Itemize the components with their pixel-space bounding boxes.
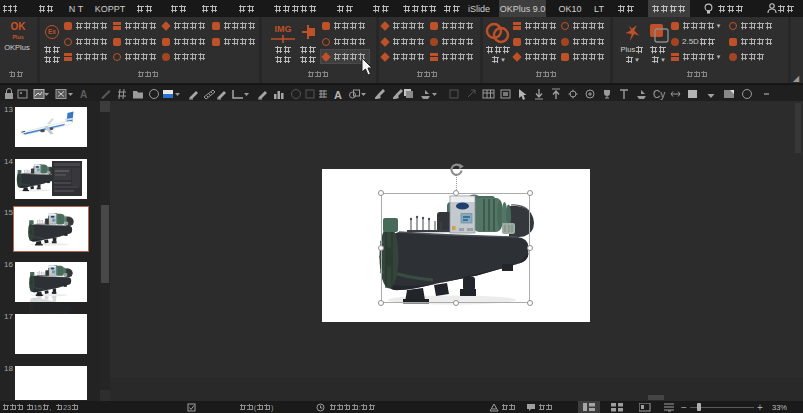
- svg-text:A: A: [80, 89, 87, 100]
- svg-text:Cy: Cy: [653, 89, 665, 100]
- svg-text:A: A: [334, 89, 342, 101]
